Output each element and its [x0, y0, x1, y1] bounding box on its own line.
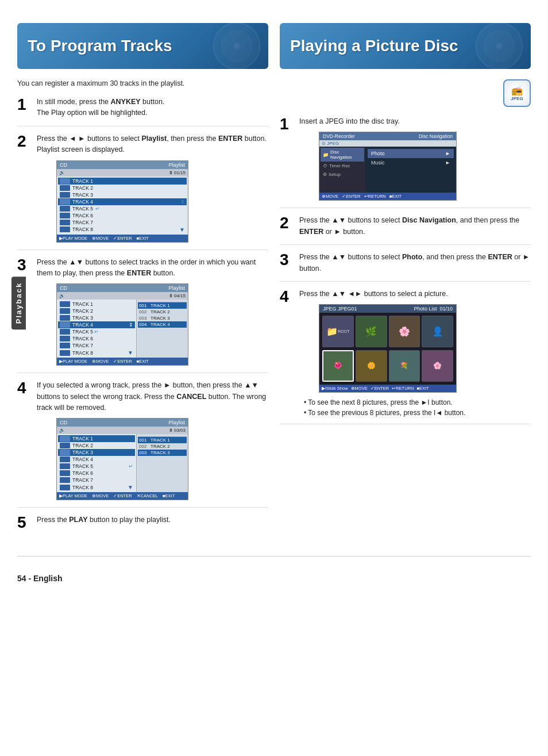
step-1: 1 In still mode, press the ANYKEY button…: [17, 97, 268, 126]
right-step-1-text: Insert a JPEG into the disc tray.: [299, 116, 531, 127]
right-step-2-text: Press the ▲▼ buttons to select Disc Navi…: [299, 215, 531, 237]
svg-point-5: [496, 43, 503, 49]
cd-header-right-1: Playlist: [168, 162, 185, 168]
jpeg-label: JPEG: [511, 96, 523, 101]
step-4: 4 If you selected a wrong track, press t…: [17, 380, 268, 508]
photo-thumb-root: 📁 ROOT: [322, 316, 354, 347]
right-step-4: 4 Press the ▲▼ ◄► buttons to select a pi…: [280, 289, 531, 424]
cd-header-left-1: CD: [60, 162, 67, 168]
right-step-4-text: Press the ▲▼ ◄► buttons to select a pict…: [299, 289, 531, 300]
right-step-2-num: 2: [280, 215, 291, 231]
step-1-num: 1: [17, 97, 29, 113]
photo-thumb-4: 🌸: [422, 350, 453, 382]
dvd-screen: DVD-Recorder Disc Navigation ⊙ JPEG 📁Dis…: [319, 132, 457, 201]
photo-thumb-2: 🌼: [356, 350, 387, 382]
cd-screen-3: CD Playlist 🔊 ⏸ 03/03 TRACK 1 TRACK 2: [56, 418, 188, 500]
left-title: To Program Tracks: [28, 37, 172, 55]
photo-thumb-3: 💐: [389, 350, 420, 382]
right-step-2: 2 Press the ▲▼ buttons to select Disc Na…: [280, 215, 531, 245]
right-step-3: 3 Press the ▲▼ buttons to select Photo, …: [280, 252, 531, 282]
left-header: To Program Tracks: [17, 23, 268, 69]
speaker-icon: 📻: [511, 85, 523, 96]
right-step-1: 1 Insert a JPEG into the disc tray. DVD-…: [280, 116, 531, 208]
svg-point-2: [234, 43, 240, 49]
photo-thumb-fol: 🌸: [389, 316, 420, 347]
left-section: To Program Tracks You can register a max…: [17, 23, 268, 544]
step-4-text: If you selected a wrong track, press the…: [37, 380, 268, 413]
step-3: 3 Press the ▲▼ buttons to select tracks …: [17, 257, 268, 374]
step-5-text: Press the PLAY button to play the playli…: [37, 515, 171, 525]
cd-screen-1: CD Playlist 🔊 ⏸ 01/15 TRACK 1 TRACK 2 TR…: [56, 160, 188, 243]
photo-thumb-1: 🌺: [322, 350, 354, 382]
step-4-num: 4: [17, 380, 29, 396]
bullet-note-1: To see the next 8 pictures, press the ►I…: [304, 398, 531, 406]
right-section: Playing a Picture Disc 📻 JPEG 1: [280, 23, 531, 544]
step-5: 5 Press the PLAY button to play the play…: [17, 515, 268, 538]
sidebar-playback-tab: Playback: [11, 277, 26, 329]
right-step-1-num: 1: [280, 116, 291, 132]
step-2-text: Press the ◄ ► buttons to select Playlist…: [37, 133, 268, 156]
step-5-num: 5: [17, 515, 29, 531]
step-3-num: 3: [17, 257, 29, 273]
photo-thumb-jpeg: 👤: [422, 316, 453, 347]
intro-text: You can register a maximum 30 tracks in …: [17, 79, 268, 87]
jpeg-icon: 📻 JPEG: [503, 79, 531, 107]
cd-screen-2: CD Playlist 🔊 ⏸ 04/15 TRACK 1 TRACK 2: [56, 283, 188, 366]
step-2: 2 Press the ◄ ► buttons to select Playli…: [17, 133, 268, 250]
bullet-note-2: To see the previous 8 pictures, press th…: [304, 409, 531, 417]
right-step-3-num: 3: [280, 252, 291, 268]
right-header: Playing a Picture Disc: [280, 23, 531, 69]
right-step-3-text: Press the ▲▼ buttons to select Photo, an…: [299, 252, 531, 274]
step-3-text: Press the ▲▼ buttons to select tracks in…: [37, 257, 268, 279]
photo-screen: JPEG JPEG01 Photo List 01/10 📁 ROOT 🌿: [319, 304, 457, 393]
step-1-text: In still mode, press the ANYKEY button.T…: [37, 97, 164, 119]
right-title: Playing a Picture Disc: [290, 37, 458, 55]
step-2-num: 2: [17, 133, 29, 149]
page-footer: 54 - English: [17, 574, 531, 583]
photo-thumb-jpg: 🌿: [356, 316, 387, 347]
right-step-4-num: 4: [280, 289, 291, 305]
